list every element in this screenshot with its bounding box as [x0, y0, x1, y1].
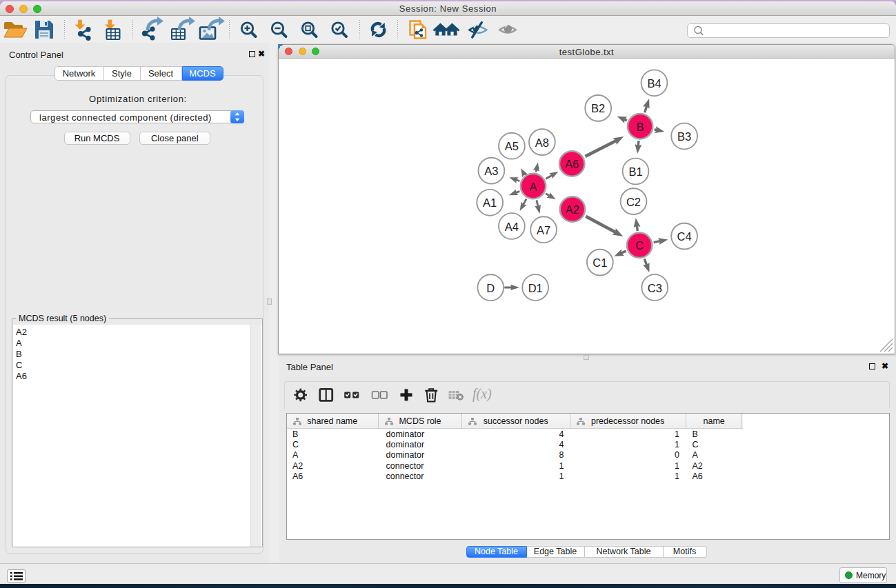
svg-text:C: C [635, 239, 644, 252]
svg-text:A2: A2 [566, 203, 579, 216]
svg-text:A3: A3 [484, 165, 498, 177]
svg-text:A5: A5 [505, 140, 519, 152]
svg-text:B2: B2 [591, 102, 605, 114]
svg-text:C2: C2 [626, 196, 641, 208]
svg-text:D1: D1 [528, 282, 543, 294]
svg-text:A6: A6 [565, 158, 579, 170]
svg-text:A7: A7 [537, 224, 550, 236]
svg-text:A1: A1 [483, 196, 497, 209]
svg-text:C3: C3 [648, 282, 662, 294]
svg-text:B4: B4 [647, 77, 661, 90]
svg-text:f(x): f(x) [472, 386, 492, 402]
svg-text:A: A [529, 181, 537, 193]
svg-text:C1: C1 [593, 256, 607, 269]
svg-text:A8: A8 [535, 136, 549, 149]
svg-text:A4: A4 [505, 221, 519, 233]
svg-text:B1: B1 [628, 165, 642, 178]
svg-text:C4: C4 [677, 230, 692, 243]
svg-text:D: D [486, 282, 495, 294]
svg-text:B3: B3 [677, 130, 691, 143]
svg-text:B: B [637, 121, 644, 133]
